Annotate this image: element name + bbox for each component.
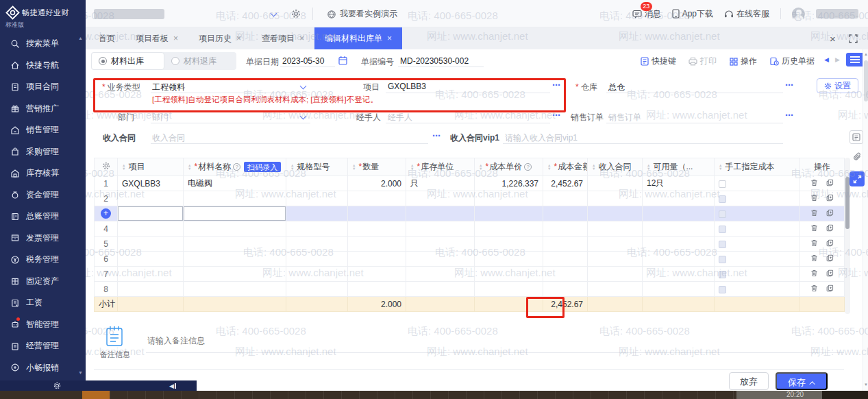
biz-type-value[interactable]: 工程领料 [152,82,185,93]
manual-cost-checkbox[interactable] [719,210,726,218]
sidebar-item-money[interactable]: 资金管理 [0,184,86,206]
cell-material[interactable] [184,206,286,221]
sidebar-item-gift[interactable]: 营销推广 [0,98,86,120]
sidebar-item-asset[interactable]: 固定资产 [0,271,86,293]
settings-button[interactable]: 设置 [817,78,858,93]
sidebar-item-smart[interactable]: 智能管理 [0,314,86,336]
cell-material[interactable] [184,252,286,267]
sales-order-placeholder[interactable]: 销售订单 [608,112,641,123]
cell-qty[interactable]: 2.000 [348,176,406,191]
table-scrollbar-thumb[interactable] [845,177,850,229]
next-doc-icon[interactable]: ▶ [835,56,840,63]
sidebar-item-expense[interactable]: 小畅报销 [0,357,86,379]
delete-row-icon[interactable] [810,269,819,280]
delete-row-icon[interactable] [810,239,819,250]
sidebar-item-business[interactable]: 经营管理 [0,335,86,357]
sidebar-item-home[interactable]: 快捷导航 [0,55,86,77]
cell-qty[interactable] [348,206,406,221]
cell-qty[interactable] [348,282,406,297]
delete-row-icon[interactable] [810,254,819,265]
cell-material[interactable] [184,191,286,206]
tab-0[interactable]: 首页 [88,27,125,49]
warehouse-picker-icon[interactable]: ⋯ [785,80,794,90]
cell-income[interactable] [588,221,643,237]
user-avatar[interactable] [792,8,805,21]
cell-amount[interactable] [543,237,588,252]
tab-close-icon[interactable]: × [236,34,241,43]
cell-unit_cost[interactable]: 1,226.337 [475,176,543,191]
cell-amount[interactable] [543,221,588,237]
cell-qty[interactable] [348,191,406,206]
cell-unit[interactable]: 只 [406,176,475,191]
cell-unit[interactable] [406,252,475,267]
copy-row-icon[interactable] [826,269,834,280]
cell-unit[interactable] [406,206,475,221]
copy-row-icon[interactable] [826,254,834,265]
add-row-button[interactable]: + [101,208,111,219]
cell-project[interactable]: GXQLBB3 [118,176,184,191]
cell-available[interactable] [643,221,715,237]
project-value[interactable]: GXQLBB3 [388,82,426,91]
cell-unit[interactable] [406,282,475,297]
cell-unit[interactable] [406,267,475,282]
sort-icon[interactable]: ▲▼ [547,164,551,170]
sort-icon[interactable]: ▲▼ [290,164,294,170]
tab-3[interactable]: 查看项目× [251,27,314,49]
cell-income[interactable] [588,206,643,221]
cell-available[interactable] [643,206,715,221]
sort-icon[interactable]: ▲▼ [188,164,191,170]
print-button[interactable]: 打印 [689,56,717,67]
sidebar-scroll-up-icon[interactable]: ▲ [78,36,83,40]
col-available[interactable]: ▲▼可用量（... [643,158,715,176]
attachment-icon[interactable] [852,152,863,165]
cell-available[interactable] [643,252,715,267]
manual-cost-checkbox[interactable] [719,256,726,263]
delete-row-icon[interactable] [810,193,819,204]
copy-row-icon[interactable] [826,193,834,204]
copy-row-icon[interactable] [826,178,834,189]
prev-doc-icon[interactable]: ◀ [824,56,829,63]
cell-amount[interactable]: 2,452.67 [543,176,588,191]
col-settings[interactable] [95,158,118,176]
tab-1[interactable]: 项目看板× [125,27,188,49]
cell-project[interactable] [118,206,184,221]
delete-row-icon[interactable] [810,208,819,219]
cancel-button[interactable]: 放弃 [729,372,769,390]
cell-material[interactable] [184,267,286,282]
copy-row-icon[interactable] [826,208,834,219]
sort-icon[interactable]: ▲▼ [719,164,722,170]
doc-type-material-out[interactable]: 材料出库 [91,52,164,70]
cell-spec[interactable] [286,252,348,267]
cell-available[interactable]: 12只 [643,176,715,191]
col-project[interactable]: ▲▼项目 [118,158,184,176]
company-dropdown-chevron-icon[interactable] [271,10,277,17]
sidebar-scroll-down-icon[interactable]: ▼ [78,370,83,375]
delete-row-icon[interactable] [810,178,819,189]
sort-icon[interactable]: ▲▼ [122,164,125,170]
col-spec[interactable]: ▲▼规格型号 [286,158,348,176]
cell-unit_cost[interactable] [475,237,543,252]
save-dropdown-caret-icon[interactable] [809,381,815,387]
cell-unit_cost[interactable] [475,221,543,237]
video-progress-bar[interactable]: 20:20 [0,391,868,399]
cell-income[interactable] [588,176,643,191]
warehouse-value[interactable]: 总仓 [608,82,625,93]
income-contract-placeholder[interactable]: 收入合同 [152,132,185,144]
doc-date-value[interactable]: 2023-05-30 [282,56,324,66]
info-icon[interactable]: ? [233,163,240,171]
cell-income[interactable] [588,252,643,267]
view-mode-list-button[interactable] [846,53,864,66]
cell-material[interactable] [184,282,286,297]
delete-row-icon[interactable] [810,223,819,234]
save-button[interactable]: 保存 [776,372,828,390]
username-redacted[interactable] [816,9,858,19]
cell-project[interactable] [118,221,184,237]
manual-cost-checkbox[interactable] [719,241,726,248]
cell-unit_cost[interactable] [475,252,543,267]
project-picker-icon[interactable]: ⋯ [552,80,561,90]
messages-link[interactable]: 消息 23 [632,8,661,20]
sidebar-item-sales[interactable]: 销售管理 [0,119,86,141]
manual-cost-checkbox[interactable] [719,180,726,188]
cell-unit_cost[interactable] [475,191,543,206]
manual-cost-checkbox[interactable] [719,226,726,233]
